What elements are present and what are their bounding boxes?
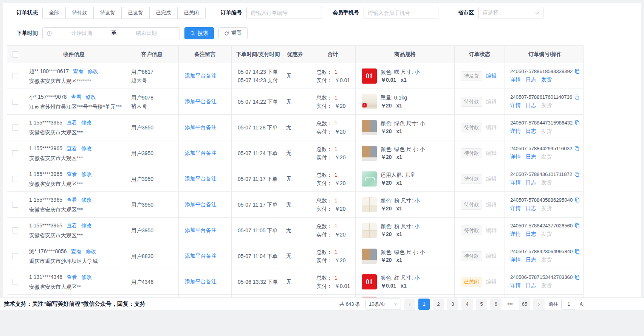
log-link[interactable]: 日志	[526, 179, 536, 186]
view-link[interactable]: 查看	[67, 118, 77, 127]
row-checkbox[interactable]	[12, 253, 18, 259]
edit-link[interactable]: 编辑	[486, 98, 497, 105]
detail-link[interactable]: 详情	[510, 76, 521, 83]
copy-icon[interactable]	[574, 223, 580, 229]
modify-link[interactable]: 修改	[81, 273, 92, 281]
status-filter-pending-ship[interactable]: 待发货	[94, 7, 122, 19]
edit-link[interactable]: 编辑	[486, 73, 497, 79]
edit-link[interactable]: 编辑	[486, 227, 497, 234]
page-button-1[interactable]: 1	[418, 299, 430, 310]
add-remark-link[interactable]: 添加平台备注	[185, 253, 225, 260]
region-select[interactable]: 请选择...	[478, 7, 543, 19]
goto-page-input[interactable]	[561, 299, 576, 310]
reset-button[interactable]: 重置	[218, 27, 248, 39]
add-remark-link[interactable]: 添加平台备注	[185, 278, 225, 285]
prev-page-button[interactable]: ‹	[404, 299, 415, 310]
view-link[interactable]: 查看	[71, 93, 82, 101]
view-link[interactable]: 查看	[67, 144, 77, 152]
detail-link[interactable]: 详情	[510, 102, 521, 109]
row-checkbox[interactable]	[12, 227, 18, 233]
copy-icon[interactable]	[574, 249, 580, 254]
row-checkbox[interactable]	[12, 150, 18, 156]
edit-link[interactable]: 编辑	[486, 124, 497, 131]
view-link[interactable]: 查看	[71, 247, 82, 255]
select-all-checkbox[interactable]	[12, 51, 18, 58]
page-button-6[interactable]: 6	[490, 299, 502, 310]
add-remark-link[interactable]: 添加平台备注	[185, 73, 225, 79]
detail-link[interactable]: 详情	[510, 179, 521, 186]
log-link[interactable]: 日志	[526, 76, 536, 83]
add-remark-link[interactable]: 添加平台备注	[185, 98, 225, 105]
ship-link[interactable]: 发货	[541, 282, 552, 289]
phone-input[interactable]	[364, 7, 438, 19]
log-link[interactable]: 日志	[526, 128, 536, 135]
copy-icon[interactable]	[574, 274, 580, 280]
order-no-input[interactable]	[246, 7, 322, 19]
page-button-4[interactable]: 4	[461, 299, 473, 310]
log-link[interactable]: 日志	[526, 231, 536, 238]
edit-link[interactable]: 编辑	[486, 278, 497, 285]
page-button-3[interactable]: 3	[447, 299, 458, 310]
modify-link[interactable]: 修改	[88, 67, 98, 75]
modify-link[interactable]: 修改	[81, 196, 92, 204]
edit-link[interactable]: 编辑	[486, 201, 497, 208]
modify-link[interactable]: 修改	[81, 170, 92, 178]
view-link[interactable]: 查看	[67, 170, 77, 178]
detail-link[interactable]: 详情	[510, 257, 521, 263]
modify-link[interactable]: 修改	[81, 221, 92, 230]
end-date-placeholder[interactable]: 结束日期	[117, 30, 176, 37]
copy-icon[interactable]	[574, 171, 580, 177]
log-link[interactable]: 日志	[526, 257, 536, 263]
detail-link[interactable]: 详情	[510, 128, 521, 135]
copy-icon[interactable]	[574, 94, 580, 100]
ship-link[interactable]: 发货	[541, 102, 552, 109]
log-link[interactable]: 日志	[526, 282, 536, 289]
add-remark-link[interactable]: 添加平台备注	[185, 124, 225, 131]
modify-link[interactable]: 修改	[86, 247, 96, 255]
copy-icon[interactable]	[574, 68, 580, 74]
ship-link[interactable]: 发货	[541, 231, 552, 238]
detail-link[interactable]: 详情	[510, 154, 521, 160]
copy-icon[interactable]	[574, 146, 580, 151]
status-filter-all[interactable]: 全部	[42, 7, 66, 19]
pager-ellipsis[interactable]: •••	[505, 302, 516, 307]
add-remark-link[interactable]: 添加平台备注	[185, 201, 225, 208]
row-checkbox[interactable]	[12, 124, 18, 131]
page-button-last[interactable]: 65	[519, 299, 530, 310]
search-button[interactable]: 搜索	[184, 27, 214, 39]
modify-link[interactable]: 修改	[86, 93, 96, 101]
row-checkbox[interactable]	[12, 99, 18, 105]
next-page-button[interactable]: ›	[533, 299, 545, 310]
detail-link[interactable]: 详情	[510, 282, 521, 289]
page-size-select[interactable]: 10条/页	[365, 299, 401, 310]
status-filter-completed[interactable]: 已完成	[150, 7, 178, 19]
status-filter-pending-pay[interactable]: 待付款	[66, 7, 94, 19]
edit-link[interactable]: 编辑	[486, 176, 497, 182]
view-link[interactable]: 查看	[67, 196, 77, 204]
ship-link[interactable]: 发货	[541, 257, 552, 263]
detail-link[interactable]: 详情	[510, 205, 521, 212]
page-button-2[interactable]: 2	[433, 299, 444, 310]
ship-link[interactable]: 发货	[541, 205, 552, 212]
log-link[interactable]: 日志	[526, 102, 536, 109]
edit-link[interactable]: 编辑	[486, 253, 497, 260]
add-remark-link[interactable]: 添加平台备注	[185, 150, 225, 157]
detail-link[interactable]: 详情	[510, 231, 521, 238]
row-checkbox[interactable]	[12, 176, 18, 182]
view-link[interactable]: 查看	[73, 67, 84, 75]
add-remark-link[interactable]: 添加平台备注	[185, 227, 225, 234]
edit-link[interactable]: 编辑	[486, 150, 497, 157]
start-date-placeholder[interactable]: 开始日期	[52, 30, 111, 37]
ship-link[interactable]: 发货	[541, 128, 552, 135]
ship-link[interactable]: 发货	[541, 179, 552, 186]
modify-link[interactable]: 修改	[81, 144, 92, 152]
add-remark-link[interactable]: 添加平台备注	[185, 176, 225, 182]
log-link[interactable]: 日志	[526, 154, 536, 160]
view-link[interactable]: 查看	[67, 221, 77, 230]
status-filter-closed[interactable]: 已关闭	[178, 7, 206, 19]
row-checkbox[interactable]	[12, 279, 18, 285]
date-range-picker[interactable]: 开始日期 至 结束日期	[42, 27, 180, 39]
copy-icon[interactable]	[574, 120, 580, 126]
ship-link[interactable]: 发货	[541, 76, 552, 83]
view-link[interactable]: 查看	[67, 273, 77, 281]
